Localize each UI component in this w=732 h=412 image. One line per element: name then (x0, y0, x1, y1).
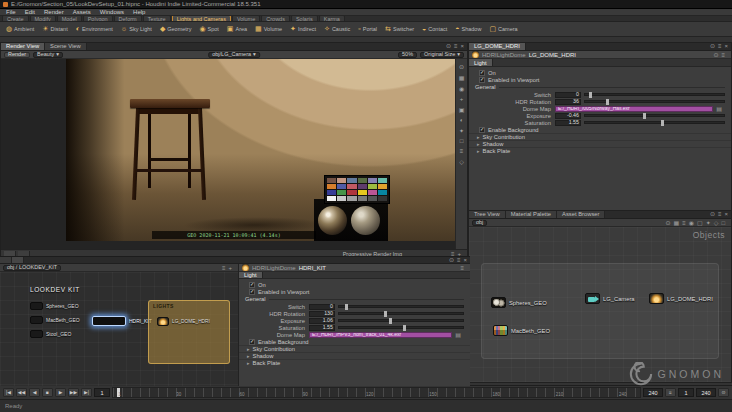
viewport-tool-icon[interactable]: ≡ (460, 148, 464, 154)
pane-tab-material-palette[interactable]: Material Palette (506, 211, 557, 218)
pane-tab-render-view[interactable]: Render View (1, 43, 45, 50)
camera-selector[interactable]: obj/LG_Camera▾ (208, 52, 260, 58)
pane-tab-lg-dome-hdri[interactable]: LG_DOME_HDRI (469, 43, 526, 50)
pin-icon[interactable]: ⊙ (710, 43, 715, 50)
range-start-field[interactable]: 1 (678, 388, 694, 397)
pane-tab-asset-browser[interactable]: Asset Browser (557, 211, 605, 218)
shelf-tab-model[interactable]: Model (57, 16, 82, 21)
pane-menu-icon[interactable]: ≡ (718, 43, 722, 50)
shelf-tool-shadow[interactable]: ◓Shadow (455, 25, 481, 33)
switch-value-field[interactable]: 0 (309, 304, 335, 310)
menu-file[interactable]: File (6, 9, 16, 16)
shelf-tool-portal[interactable]: ▫Portal (358, 25, 377, 33)
step-back-button[interactable]: ◀ (29, 388, 40, 397)
shelf-tab-create[interactable]: Create (2, 16, 29, 21)
pane-tab-tree-view[interactable]: Tree View (469, 211, 506, 218)
shelf-tab-modify[interactable]: Modify (30, 16, 56, 21)
hdr-rotation-value-field[interactable]: 36 (555, 99, 581, 105)
folder-sky-contribution[interactable]: ▸ Sky Contribution (469, 133, 731, 140)
pin-icon[interactable]: ⊙ (446, 43, 451, 50)
node-name-field[interactable]: LG_DOME_HDRI (529, 52, 576, 58)
dome-map-path-field[interactable]: E:/_HDRI_/005/Norway_Hall.exr (555, 106, 713, 112)
pane-menu-icon[interactable]: ≡ (454, 43, 458, 50)
saturation-slider[interactable] (584, 121, 725, 124)
param-tab-light[interactable]: Light (239, 272, 263, 278)
file-chooser-icon[interactable]: ▤ (716, 105, 722, 112)
viewport-tool-icon[interactable]: □ (460, 138, 464, 144)
play-backward-button[interactable]: ◀◀ (16, 388, 27, 397)
image-plane-selector[interactable]: Beauty▾ (33, 52, 63, 58)
shelf-tool-distant[interactable]: ☀Distant (42, 25, 67, 33)
hdr-rotation-slider[interactable] (584, 100, 725, 103)
overlay-network-canvas[interactable]: LOOKDEV KIT Spheres_GEO MacBeth_GEO Stoo… (0, 272, 238, 386)
network-path-breadcrumb[interactable]: obj (472, 220, 487, 226)
loop-mode-icon[interactable]: ⊙ (718, 388, 729, 397)
menu-render[interactable]: Render (44, 9, 64, 16)
pane-tab-scene-view[interactable]: Scene View (45, 43, 87, 50)
node-lg-camera[interactable]: LG_Camera (585, 293, 635, 304)
pin-icon[interactable]: ⊙ (449, 257, 454, 264)
saturation-value-field[interactable]: 1.55 (309, 325, 335, 331)
network-box[interactable] (481, 263, 719, 359)
network-toolbar-icon[interactable]: □ (721, 220, 725, 226)
shelf-tool-skylight[interactable]: ☼Sky Light (121, 25, 152, 33)
node-spheres-geo[interactable]: Spheres_GEO (30, 302, 79, 310)
node-lg-dome-hdri[interactable]: LG_DOME_HDRI (157, 317, 210, 326)
folder-back-plate[interactable]: ▸ Back Plate (469, 147, 731, 154)
enable-background-checkbox[interactable]: ✓ (249, 339, 255, 345)
step-forward-button[interactable]: ▶ (55, 388, 66, 397)
rendered-image[interactable]: GEO 2020-11-21 10:09:41 (4.14s) (66, 59, 456, 241)
folder-shadow[interactable]: ▸ Shadow (239, 352, 470, 359)
range-end-field[interactable]: 240 (696, 388, 716, 397)
jump-start-button[interactable]: |◀ (3, 388, 14, 397)
current-frame-field[interactable]: 1 (94, 388, 110, 397)
switch-value-field[interactable]: 0 (555, 92, 581, 98)
stop-button[interactable]: ■ (42, 388, 53, 397)
node-stool-geo[interactable]: Stool_GEO (30, 330, 71, 338)
pin-icon[interactable]: ⊙ (713, 51, 718, 58)
exposure-slider[interactable] (338, 319, 464, 322)
network-toolbar-icon[interactable]: ≡ (682, 220, 686, 226)
shelf-tool-switcher[interactable]: ⇆Switcher (385, 25, 414, 33)
pin-icon[interactable]: ⊙ (710, 211, 715, 218)
shelf-tool-environment[interactable]: ◐Environment (76, 25, 113, 33)
play-button[interactable]: ▶▶ (68, 388, 79, 397)
file-chooser-icon[interactable]: ▤ (455, 331, 461, 338)
node-macbeth-geo[interactable]: MacBeth_GEO (493, 325, 550, 336)
shelf-tool-contact[interactable]: ◒Contact (422, 25, 447, 33)
node-macbeth-geo[interactable]: MacBeth_GEO (30, 316, 80, 324)
shelf-tab-volume[interactable]: Volume (232, 16, 260, 21)
exposure-value-field[interactable]: -0.46 (555, 113, 581, 119)
menu-help[interactable]: Help (133, 9, 145, 16)
switch-slider[interactable] (584, 93, 725, 96)
close-icon[interactable]: × (724, 43, 728, 50)
jump-end-button[interactable]: ▶| (81, 388, 92, 397)
exposure-value-field[interactable]: 1.06 (309, 318, 335, 324)
shelf-tool-ambient[interactable]: ◍Ambient (6, 25, 34, 33)
render-viewport[interactable]: GEO 2020-11-21 10:09:41 (4.14s) ⊙ ▦ ◉ + … (1, 59, 467, 249)
saturation-value-field[interactable]: 1.55 (555, 120, 581, 126)
shelf-tool-camera[interactable]: ▢Camera (489, 25, 517, 33)
shelf-tool-spot[interactable]: ◉Spot (199, 25, 218, 33)
viewport-tool-icon[interactable]: + (460, 96, 464, 102)
shelf-tab-karma[interactable]: Karma (319, 16, 345, 21)
timeline-ruler[interactable]: 1 30 60 90 120 150 180 210 240 (112, 387, 641, 398)
close-icon[interactable]: × (724, 211, 728, 218)
enabled-in-viewport-checkbox[interactable]: ✓ (249, 289, 255, 295)
pane-tab[interactable] (0, 257, 12, 263)
exposure-slider[interactable] (584, 114, 725, 117)
zoom-level-field[interactable]: 50% (398, 52, 417, 58)
pane-menu-icon[interactable]: ≡ (222, 265, 226, 271)
menu-windows[interactable]: Windows (100, 9, 124, 16)
pane-tab[interactable] (12, 257, 24, 263)
viewport-tool-icon[interactable]: ◐ (460, 117, 464, 123)
shelf-tool-volume[interactable]: ▦Volume (255, 25, 282, 33)
dome-map-path-field[interactable]: E:/_HDRI_/HPV3_hdm_track_01_4k.exr (309, 332, 452, 338)
playback-options-icon[interactable]: ≡ (665, 388, 676, 397)
network-toolbar-icon[interactable]: ◇ (714, 219, 719, 226)
shelf-tab-deform[interactable]: Deform (114, 16, 142, 21)
close-icon[interactable]: × (460, 43, 464, 50)
network-toolbar-icon[interactable]: ▦ (674, 219, 680, 226)
viewport-tool-icon[interactable]: ⊙ (459, 63, 464, 70)
menu-edit[interactable]: Edit (25, 9, 35, 16)
